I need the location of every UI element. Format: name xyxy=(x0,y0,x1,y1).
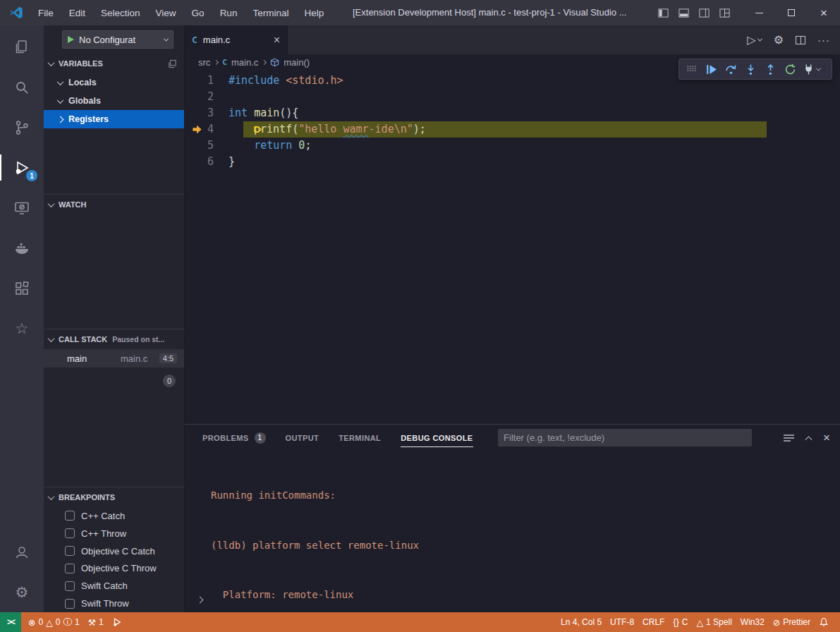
variables-title: VARIABLES xyxy=(59,59,103,68)
line-number: 1 xyxy=(185,73,229,89)
toggle-sidebar-icon[interactable] xyxy=(658,8,669,18)
call-stack-title: CALL STACK xyxy=(59,335,107,344)
console-input-prompt[interactable] xyxy=(197,592,202,605)
watch-header[interactable]: WATCH xyxy=(44,195,184,214)
more-actions-icon[interactable]: ··· xyxy=(817,34,830,46)
copy-icon[interactable] xyxy=(168,59,177,68)
variables-item-locals[interactable]: Locals xyxy=(44,73,184,92)
code-line-2: 2 xyxy=(185,89,840,105)
restart-icon[interactable] xyxy=(780,59,800,79)
menu-terminal[interactable]: Terminal xyxy=(245,0,296,25)
drag-handle-icon[interactable]: ⠿⠿ xyxy=(681,59,701,79)
tab-terminal[interactable]: TERMINAL xyxy=(339,425,381,451)
tab-problems[interactable]: PROBLEMS 1 xyxy=(202,425,266,451)
step-over-icon[interactable] xyxy=(721,59,741,79)
debug-sidebar: No Configurat VARIABLES Locals xyxy=(44,25,185,612)
search-icon[interactable] xyxy=(0,67,44,107)
disconnect-icon[interactable] xyxy=(800,59,817,79)
code-editor[interactable]: 1 #include <stdio.h> 2 3 int main(){ 4 p… xyxy=(185,71,840,424)
accounts-icon[interactable] xyxy=(0,532,44,572)
editor-group: C main.c × ▷ ⚙ ··· src C main.c main() xyxy=(185,25,840,612)
breakpoint-cpp-throw[interactable]: C++ Throw xyxy=(44,525,184,542)
output-actions-icon[interactable] xyxy=(784,434,794,442)
tab-output[interactable]: OUTPUT xyxy=(286,425,319,451)
menu-help[interactable]: Help xyxy=(296,0,331,25)
settings-gear-icon[interactable]: ⚙ xyxy=(0,572,44,612)
breakpoints-header[interactable]: BREAKPOINTS xyxy=(44,487,184,507)
problems-status[interactable]: ⊗0 △0 ⓘ1 xyxy=(24,616,84,628)
console-line: (lldb) platform select remote-linux xyxy=(211,537,840,554)
filter-input[interactable] xyxy=(504,432,746,443)
toolchain-status[interactable]: ⚒1 xyxy=(84,617,108,628)
chevron-right-icon xyxy=(262,60,267,65)
checkbox[interactable] xyxy=(65,528,75,538)
debug-config-dropdown[interactable]: No Configurat xyxy=(62,30,174,49)
checkbox[interactable] xyxy=(65,511,75,521)
checkbox[interactable] xyxy=(65,564,75,573)
run-and-debug-icon[interactable]: 1 xyxy=(0,147,44,188)
variables-header[interactable]: VARIABLES xyxy=(44,54,184,73)
execution-pointer-icon xyxy=(192,124,202,135)
checkbox[interactable] xyxy=(65,581,75,591)
debug-status[interactable] xyxy=(108,617,126,627)
watch-section: WATCH xyxy=(44,194,184,329)
tab-main-c[interactable]: C main.c × xyxy=(185,25,288,54)
inline-breakpoint-icon[interactable] xyxy=(253,124,264,135)
menu-run[interactable]: Run xyxy=(212,0,245,25)
minimize-button[interactable] xyxy=(743,0,775,25)
menu-selection[interactable]: Selection xyxy=(93,0,148,25)
breakpoint-swift-catch[interactable]: Swift Catch xyxy=(44,577,184,595)
menu-edit[interactable]: Edit xyxy=(61,0,93,25)
continue-icon[interactable] xyxy=(701,59,721,79)
checkbox[interactable] xyxy=(65,599,75,609)
breakpoint-cpp-catch[interactable]: C++ Catch xyxy=(44,507,184,525)
start-debugging-icon[interactable] xyxy=(68,36,74,43)
step-into-icon[interactable] xyxy=(741,59,760,79)
code-line-5: 5 return 0; xyxy=(185,138,840,154)
variables-section: VARIABLES Locals Globals Registers xyxy=(44,54,184,194)
c-language-icon: C xyxy=(222,58,227,67)
breakpoint-objc-catch[interactable]: Objective C Catch xyxy=(44,542,184,560)
menu-go[interactable]: Go xyxy=(184,0,212,25)
panel-header: PROBLEMS 1 OUTPUT TERMINAL DEBUG CONSOLE… xyxy=(185,425,840,451)
breakpoint-objc-throw[interactable]: Objective C Throw xyxy=(44,559,184,577)
source-control-icon[interactable] xyxy=(0,107,44,147)
tab-close-icon[interactable]: × xyxy=(274,35,280,46)
run-file-button[interactable]: ▷ xyxy=(747,33,761,47)
menu-view[interactable]: View xyxy=(148,0,184,25)
checkbox[interactable] xyxy=(65,546,75,556)
paused-status: Paused on st... xyxy=(112,335,164,344)
editor-tab-bar: C main.c × ▷ ⚙ ··· xyxy=(185,25,840,54)
debug-console-output[interactable]: Running initCommands: (lldb) platform se… xyxy=(185,451,840,632)
maximize-panel-icon[interactable] xyxy=(805,436,812,443)
remote-explorer-icon[interactable] xyxy=(0,188,44,228)
stack-frame-row[interactable]: main main.c 4:5 xyxy=(44,349,184,367)
split-editor-icon[interactable] xyxy=(796,36,805,44)
step-out-icon[interactable] xyxy=(760,59,780,79)
variables-item-registers[interactable]: Registers xyxy=(44,110,184,128)
customize-layout-icon[interactable] xyxy=(719,8,730,18)
star-icon[interactable]: ☆ xyxy=(0,308,44,348)
explorer-icon[interactable] xyxy=(0,27,44,67)
docker-icon[interactable] xyxy=(0,228,44,268)
tab-debug-console[interactable]: DEBUG CONSOLE xyxy=(401,425,473,451)
vscode-window: File Edit Selection View Go Run Terminal… xyxy=(0,0,840,632)
call-stack-header[interactable]: CALL STACK Paused on st... xyxy=(44,329,184,349)
breadcrumb-symbol[interactable]: main() xyxy=(284,57,310,68)
activity-bar: 1 ☆ ⚙ xyxy=(0,25,44,612)
chevron-down-icon[interactable] xyxy=(816,66,821,71)
close-button[interactable]: × xyxy=(808,0,840,25)
menu-file[interactable]: File xyxy=(30,0,61,25)
editor-settings-icon[interactable]: ⚙ xyxy=(774,33,784,47)
breakpoints-section: BREAKPOINTS C++ Catch C++ Throw Objectiv… xyxy=(44,487,184,612)
maximize-button[interactable] xyxy=(775,0,808,25)
close-panel-icon[interactable]: × xyxy=(823,432,830,444)
remote-indicator[interactable]: >< xyxy=(0,612,21,632)
breadcrumb-file[interactable]: main.c xyxy=(231,57,258,68)
toggle-panel-icon[interactable] xyxy=(678,8,689,18)
toggle-secondary-sidebar-icon[interactable] xyxy=(699,8,710,18)
breakpoint-swift-throw[interactable]: Swift Throw xyxy=(44,595,184,612)
variables-item-globals[interactable]: Globals xyxy=(44,92,184,110)
extensions-icon[interactable] xyxy=(0,268,44,308)
breadcrumb-folder[interactable]: src xyxy=(198,57,210,68)
